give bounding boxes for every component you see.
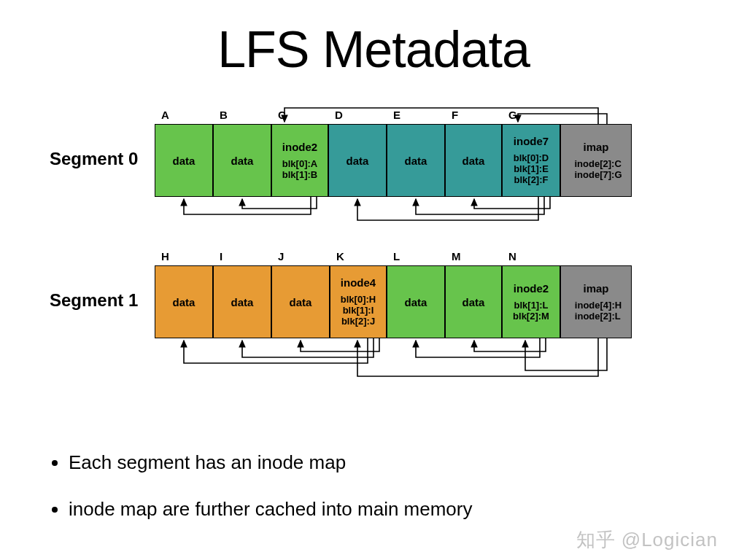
imap-lines: inode[4]:Hinode[2]:L (570, 300, 622, 322)
data-label: data (347, 155, 369, 167)
inode-header: inode7 (514, 135, 549, 147)
block-letter: I (220, 250, 222, 262)
data-label: data (290, 296, 312, 308)
block-letter: F (452, 109, 458, 121)
inode-lines: blk[0]:Ablk[1]:B (282, 159, 317, 181)
inode-header: inode2 (282, 141, 317, 153)
imap-header: imap (583, 282, 608, 295)
inode-lines: blk[0]:Dblk[1]:Eblk[2]:F (514, 153, 549, 186)
segment1-label: Segment 1 (50, 290, 138, 311)
block-letter: H (161, 250, 169, 262)
block-letter: C (278, 109, 286, 121)
data-block: Idata (214, 266, 272, 338)
page-title: LFS Metadata (0, 20, 747, 79)
data-label: data (405, 155, 427, 167)
bullet-list: Each segment has an inode map inode map … (51, 451, 696, 522)
data-label: data (173, 296, 196, 308)
imap-block: imapinode[4]:Hinode[2]:L (561, 266, 631, 338)
block-letter: A (161, 109, 169, 121)
block-letter: N (508, 250, 516, 262)
block-letter: G (508, 109, 517, 121)
data-block: Bdata (214, 125, 272, 196)
data-label: data (231, 296, 254, 308)
segment1-row: HdataIdataJdataKinode4blk[0]:Hblk[1]:Ibl… (155, 265, 632, 338)
data-block: Jdata (272, 266, 330, 338)
data-block: Mdata (446, 266, 503, 338)
data-label: data (405, 296, 427, 308)
data-label: data (462, 155, 485, 167)
imap-block: imapinode[2]:Cinode[7]:G (561, 125, 631, 196)
data-label: data (231, 155, 254, 167)
imap-lines: inode[2]:Cinode[7]:G (570, 159, 622, 181)
bullet-2: inode map are further cached into main m… (69, 497, 696, 522)
data-label: data (173, 155, 196, 167)
block-letter: E (393, 109, 400, 121)
watermark: 知乎 @Logician (576, 527, 718, 553)
data-block: Ddata (329, 125, 387, 196)
block-letter: J (278, 250, 284, 262)
inode-header: inode2 (514, 282, 549, 295)
inode-block: Ninode2blk[1]:Lblk[2]:M (503, 266, 561, 338)
inode-header: inode4 (341, 276, 376, 289)
segments-diagram: Segment 0 AdataBdataCinode2blk[0]:Ablk[1… (44, 101, 703, 451)
imap-header: imap (583, 141, 608, 153)
segment0-label: Segment 0 (50, 149, 138, 169)
data-block: Ldata (387, 266, 446, 338)
inode-lines: blk[0]:Hblk[1]:Iblk[2]:J (341, 295, 376, 327)
inode-block: Cinode2blk[0]:Ablk[1]:B (272, 125, 329, 196)
block-letter: B (220, 109, 228, 121)
data-block: Fdata (446, 125, 503, 196)
bullet-1: Each segment has an inode map (69, 451, 696, 475)
block-letter: K (336, 250, 344, 262)
segment0-row: AdataBdataCinode2blk[0]:Ablk[1]:BDdataEd… (155, 124, 632, 197)
data-block: Hdata (155, 266, 214, 338)
inode-block: Kinode4blk[0]:Hblk[1]:Iblk[2]:J (330, 266, 387, 338)
block-letter: D (335, 109, 343, 121)
data-block: Adata (155, 125, 214, 196)
data-block: Edata (387, 125, 446, 196)
inode-block: Ginode7blk[0]:Dblk[1]:Eblk[2]:F (503, 125, 561, 196)
block-letter: M (452, 250, 461, 262)
data-label: data (462, 296, 485, 308)
block-letter: L (393, 250, 400, 262)
inode-lines: blk[1]:Lblk[2]:M (513, 300, 549, 322)
